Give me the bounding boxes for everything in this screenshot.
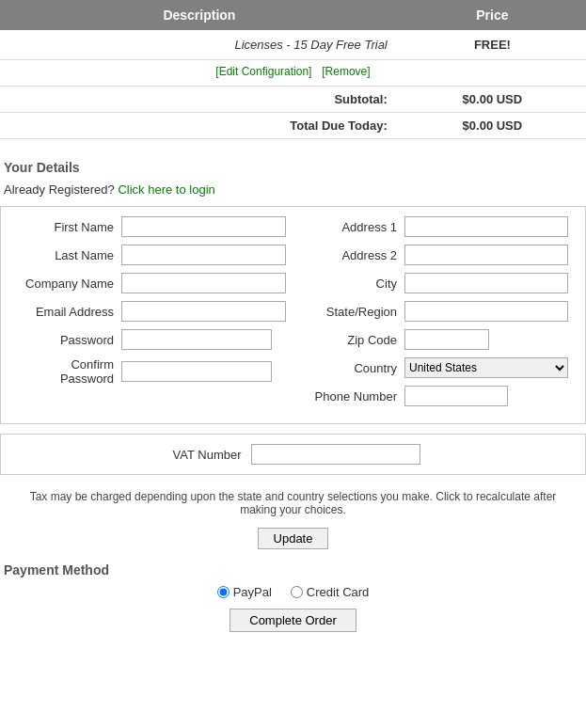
confirm-password-row: Confirm Password [18,357,286,386]
country-select[interactable]: United States [404,357,568,378]
credit-card-option[interactable]: Credit Card [291,585,369,599]
license-price: FREE! [399,30,586,60]
state-input[interactable] [404,301,568,322]
city-input[interactable] [404,273,568,293]
zip-input[interactable] [404,329,489,350]
license-links-row: [Edit Configuration] [Remove] [0,60,586,87]
payment-options: PayPal Credit Card [0,585,586,599]
last-name-row: Last Name [18,245,286,265]
company-name-input[interactable] [121,273,286,293]
edit-configuration-link[interactable]: [Edit Configuration] [215,65,311,78]
password-input[interactable] [121,329,272,350]
license-description: Licenses - 15 Day Free Trial [0,30,399,60]
license-row: Licenses - 15 Day Free Trial FREE! [0,30,586,60]
country-label: Country [301,361,404,375]
phone-row: Phone Number [301,386,568,406]
company-name-label: Company Name [18,277,121,291]
vat-label: VAT Number [166,448,242,462]
first-name-label: First Name [18,220,121,234]
description-header: Description [0,0,399,30]
zip-row: Zip Code [301,329,568,350]
address2-row: Address 2 [301,245,568,265]
already-registered-text: Already Registered? Click here to login [0,179,586,206]
details-form: First Name Last Name Company Name Email … [0,206,586,424]
password-label: Password [18,333,121,347]
subtotal-label: Subtotal: [0,87,399,113]
remove-link[interactable]: [Remove] [322,65,370,78]
last-name-input[interactable] [121,245,286,265]
email-input[interactable] [121,301,286,322]
confirm-password-input[interactable] [121,361,272,382]
paypal-option[interactable]: PayPal [217,585,272,599]
total-value: $0.00 USD [399,113,586,139]
tax-notice: Tax may be charged depending upon the st… [0,484,586,522]
vat-section: VAT Number [0,434,586,475]
vat-input[interactable] [251,444,420,465]
address2-input[interactable] [404,245,568,265]
email-label: Email Address [18,305,121,319]
your-details-title: Your Details [0,149,586,179]
complete-order-button[interactable]: Complete Order [230,609,356,632]
country-row: Country United States [301,357,568,378]
first-name-row: First Name [18,216,286,237]
city-row: City [301,273,568,293]
price-header: Price [399,0,586,30]
confirm-password-label: Confirm Password [18,357,121,386]
password-row: Password [18,329,286,350]
paypal-label: PayPal [233,585,272,599]
state-row: State/Region [301,301,568,322]
zip-label: Zip Code [301,333,404,347]
first-name-input[interactable] [121,216,286,237]
company-name-row: Company Name [18,273,286,293]
left-form-col: First Name Last Name Company Name Email … [10,216,293,414]
last-name-label: Last Name [18,248,121,262]
phone-label: Phone Number [301,389,404,404]
paypal-radio[interactable] [217,586,230,598]
address1-row: Address 1 [301,216,568,237]
right-form-col: Address 1 Address 2 City State/Region Zi… [293,216,576,414]
state-label: State/Region [301,305,404,319]
total-row: Total Due Today: $0.00 USD [0,113,586,139]
address1-label: Address 1 [301,220,404,234]
login-link[interactable]: Click here to login [118,182,214,197]
city-label: City [301,277,404,291]
credit-card-label: Credit Card [307,585,369,599]
address2-label: Address 2 [301,248,404,262]
address1-input[interactable] [404,216,568,237]
phone-input[interactable] [404,386,508,406]
order-summary-table: Description Price Licenses - 15 Day Free… [0,0,586,139]
update-button[interactable]: Update [258,528,329,549]
subtotal-row: Subtotal: $0.00 USD [0,87,586,113]
subtotal-value: $0.00 USD [399,87,586,113]
email-row: Email Address [18,301,286,322]
payment-method-title: Payment Method [0,559,586,585]
credit-card-radio[interactable] [291,586,303,598]
total-label: Total Due Today: [0,113,399,139]
